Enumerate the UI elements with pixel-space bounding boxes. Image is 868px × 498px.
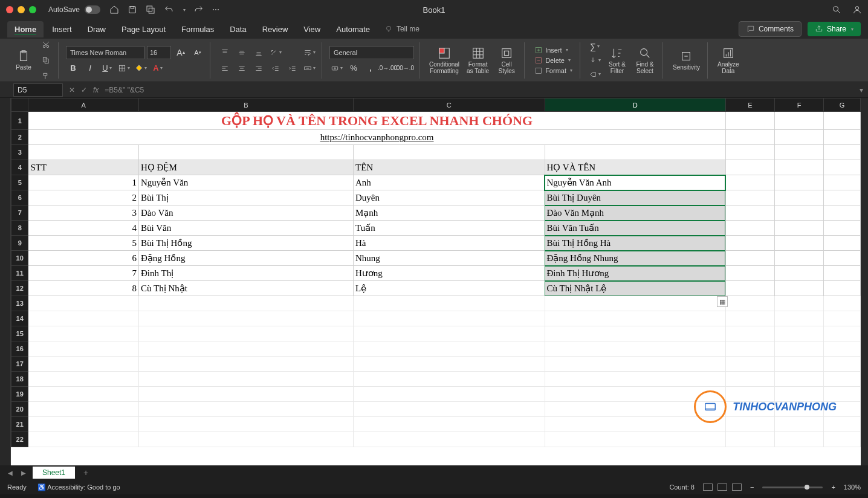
cancel-formula-icon[interactable]: ✕: [69, 86, 75, 94]
row-header[interactable]: 3: [11, 145, 28, 160]
cell-styles-button[interactable]: Cell Styles: [494, 45, 519, 76]
italic-button[interactable]: I: [83, 62, 97, 75]
zoom-level[interactable]: 130%: [844, 483, 861, 491]
toggle-icon[interactable]: [85, 5, 100, 14]
conditional-formatting-button[interactable]: Conditional Formatting: [427, 45, 462, 76]
redo-icon[interactable]: [194, 5, 204, 15]
cell[interactable]: Đặng Hồng: [138, 251, 353, 266]
zoom-slider[interactable]: [762, 487, 823, 488]
cell[interactable]: Anh: [354, 175, 545, 190]
row-header[interactable]: 14: [11, 311, 28, 326]
insert-cells-button[interactable]: Insert▾: [532, 45, 575, 55]
format-cells-button[interactable]: Format▾: [532, 66, 575, 76]
wrap-text-button[interactable]: ▾: [302, 46, 317, 59]
percent-button[interactable]: %: [346, 62, 361, 75]
share-button[interactable]: Share ▾: [808, 22, 861, 36]
close-window-icon[interactable]: [6, 6, 13, 13]
cell[interactable]: Tuấn: [354, 221, 545, 236]
cell[interactable]: Mạnh: [354, 205, 545, 221]
increase-font-button[interactable]: A▴: [173, 46, 188, 59]
cell[interactable]: 7: [28, 266, 139, 281]
cell[interactable]: Duyên: [354, 190, 545, 205]
align-bottom-button[interactable]: [251, 46, 266, 59]
cell[interactable]: 5: [28, 236, 139, 251]
row-header[interactable]: 12: [11, 281, 28, 296]
col-header-d[interactable]: D: [545, 99, 725, 112]
col-header-a[interactable]: A: [28, 99, 139, 112]
cell[interactable]: HỌ VÀ TÊN: [545, 160, 725, 175]
active-cell[interactable]: Nguyễn Văn Anh: [545, 175, 725, 190]
cell[interactable]: Bùi Thị Hồng Hà: [545, 236, 725, 251]
autosave-toggle[interactable]: AutoSave: [48, 5, 100, 14]
cell[interactable]: Đinh Thị: [138, 266, 353, 281]
format-as-table-button[interactable]: Format as Table: [464, 45, 491, 76]
home-icon[interactable]: [109, 5, 119, 15]
align-left-button[interactable]: [218, 62, 232, 75]
format-painter-button[interactable]: [39, 70, 53, 83]
row-header[interactable]: 5: [11, 175, 28, 190]
row-header[interactable]: 21: [11, 417, 28, 432]
zoom-out-button[interactable]: −: [750, 483, 754, 491]
analyze-data-button[interactable]: Analyze Data: [715, 45, 742, 76]
delete-cells-button[interactable]: Delete▾: [532, 56, 575, 65]
cell[interactable]: 4: [28, 221, 139, 236]
tab-formulas[interactable]: Formulas: [174, 21, 221, 37]
cell[interactable]: Đinh Thị Hương: [545, 266, 725, 281]
orientation-button[interactable]: ▾: [268, 46, 283, 59]
cell[interactable]: Cù Thị Nhật Lệ: [545, 281, 725, 296]
align-middle-button[interactable]: [235, 46, 249, 59]
chevron-down-icon[interactable]: ▾: [183, 7, 186, 13]
cell[interactable]: Hương: [354, 266, 545, 281]
sheet-tab[interactable]: Sheet1: [33, 467, 75, 479]
cell[interactable]: 8: [28, 281, 139, 296]
cell[interactable]: HỌ ĐỆM: [138, 160, 353, 175]
row-header[interactable]: 4: [11, 160, 28, 175]
zoom-in-button[interactable]: +: [831, 483, 835, 491]
formula-input[interactable]: =B5&" "&C5: [105, 86, 144, 94]
fill-button[interactable]: ▾: [588, 54, 602, 67]
col-header-c[interactable]: C: [354, 99, 545, 112]
borders-button[interactable]: ▾: [117, 62, 131, 75]
maximize-window-icon[interactable]: [29, 6, 36, 13]
minimize-window-icon[interactable]: [18, 6, 25, 13]
fill-color-button[interactable]: ▾: [134, 62, 148, 75]
cell[interactable]: Hà: [354, 236, 545, 251]
sheet-nav-next-icon[interactable]: ▶: [19, 470, 28, 476]
currency-button[interactable]: ▾: [329, 62, 344, 75]
status-accessibility[interactable]: ♿ Accessibility: Good to go: [37, 483, 120, 491]
font-name-select[interactable]: [66, 46, 144, 59]
name-box[interactable]: [13, 83, 63, 97]
underline-button[interactable]: U▾: [100, 62, 114, 75]
align-right-button[interactable]: [251, 62, 266, 75]
search-icon[interactable]: [832, 5, 841, 15]
sheet-link[interactable]: https://tinhocvanphongpro.com: [28, 130, 725, 145]
col-header-e[interactable]: E: [725, 99, 774, 112]
comments-button[interactable]: Comments: [739, 21, 802, 37]
expand-formula-bar-icon[interactable]: ▾: [855, 86, 868, 94]
cell[interactable]: Bùi Văn: [138, 221, 353, 236]
row-header[interactable]: 18: [11, 372, 28, 387]
row-header[interactable]: 11: [11, 266, 28, 281]
cell[interactable]: STT: [28, 160, 139, 175]
row-header[interactable]: 8: [11, 221, 28, 236]
cut-button[interactable]: [39, 38, 53, 51]
row-header[interactable]: 10: [11, 251, 28, 266]
font-color-button[interactable]: A▾: [151, 62, 165, 75]
row-header[interactable]: 20: [11, 402, 28, 417]
row-header[interactable]: 1: [11, 112, 28, 130]
col-header-f[interactable]: F: [774, 99, 823, 112]
autofill-options-icon[interactable]: ▦: [717, 296, 728, 307]
number-format-select[interactable]: [329, 46, 414, 59]
cell[interactable]: 1: [28, 175, 139, 190]
comma-button[interactable]: ,: [363, 62, 378, 75]
row-header[interactable]: 2: [11, 130, 28, 145]
row-header[interactable]: 9: [11, 236, 28, 251]
cell[interactable]: Đào Văn: [138, 205, 353, 221]
cell[interactable]: TÊN: [354, 160, 545, 175]
cell[interactable]: Nhung: [354, 251, 545, 266]
tab-home[interactable]: Home: [7, 21, 44, 37]
save-icon[interactable]: [128, 5, 137, 15]
align-center-button[interactable]: [235, 62, 249, 75]
find-select-button[interactable]: Find & Select: [632, 45, 658, 76]
save-copy-icon[interactable]: [146, 5, 155, 15]
